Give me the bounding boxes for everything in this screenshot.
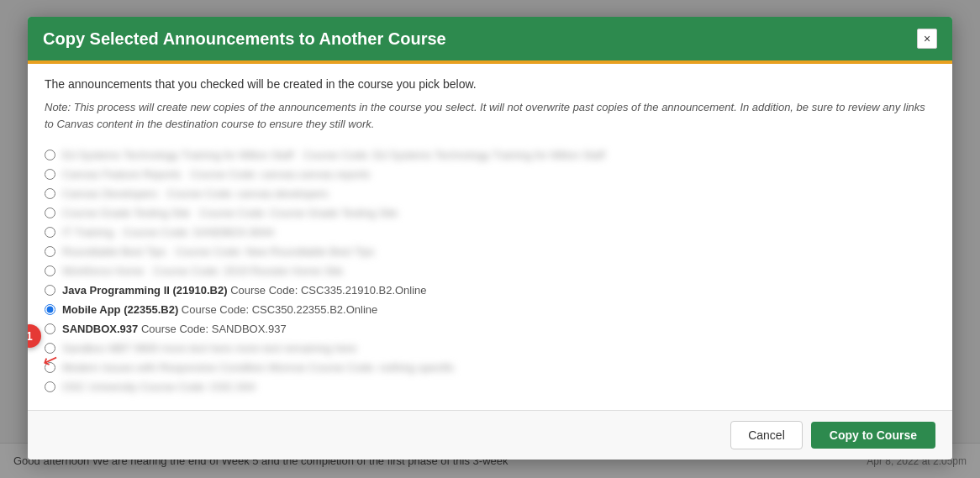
- course-list: Ed Systems Technology Training for Milto…: [45, 145, 935, 397]
- course-label-c1: Ed Systems Technology Training for Milto…: [62, 149, 605, 161]
- annotation-badge-1: 1: [28, 324, 41, 348]
- copy-announcements-modal: Copy Selected Announcements to Another C…: [28, 17, 952, 460]
- course-radio-c6[interactable]: [45, 246, 55, 257]
- course-label-c5: IT Training Course Code: SANDBOX.9044: [62, 226, 274, 239]
- list-item: Mobile App (22355.B2) Course Code: CSC35…: [45, 300, 935, 319]
- modal-footer: Cancel Copy to Course: [28, 410, 952, 460]
- course-radio-c3[interactable]: [45, 188, 55, 199]
- list-item: Canvas Feature Reports Course Code: canv…: [45, 165, 935, 184]
- list-item: Course Grade Testing Site Course Code: C…: [45, 203, 935, 223]
- list-item: Modern Issues with Responsive Condition …: [45, 358, 935, 377]
- cancel-button[interactable]: Cancel: [730, 421, 803, 449]
- course-label-c3: Canvas Developers Course Code: canvas.de…: [62, 187, 329, 200]
- intro-text: The announcements that you checked will …: [45, 77, 935, 91]
- course-radio-c1[interactable]: [45, 150, 55, 160]
- course-label-c2: Canvas Feature Reports Course Code: canv…: [62, 168, 370, 181]
- close-button[interactable]: ×: [917, 29, 937, 49]
- list-item: Java Programming II (21910.B2) Course Co…: [45, 281, 935, 300]
- course-radio-c9[interactable]: [45, 304, 55, 315]
- list-item: OSC University Course Code: OSC.004: [45, 377, 935, 397]
- list-item: IT Training Course Code: SANDBOX.9044: [45, 223, 935, 242]
- list-item: SANDBOX.937 Course Code: SANDBOX.937: [45, 319, 935, 339]
- course-radio-c13[interactable]: [45, 381, 55, 392]
- note-text: Note: This process will create new copie…: [45, 99, 935, 132]
- list-item: Workforce Home Course Code: 2019 Rooster…: [45, 261, 935, 281]
- course-label-c9: Mobile App (22355.B2) Course Code: CSC35…: [62, 303, 377, 316]
- course-radio-c5[interactable]: [45, 227, 55, 238]
- course-radio-c2[interactable]: [45, 169, 55, 180]
- course-radio-c4[interactable]: [45, 207, 55, 218]
- course-label-c12: Modern Issues with Responsive Condition …: [62, 361, 455, 374]
- course-label-c4: Course Grade Testing Site Course Code: C…: [62, 207, 398, 219]
- course-label-c8: Java Programming II (21910.B2) Course Co…: [62, 284, 427, 297]
- course-label-c6: Roundtable Best Tips Course Code: New Ro…: [62, 245, 374, 258]
- copy-to-course-button[interactable]: Copy to Course: [811, 422, 935, 449]
- course-label-c11: Sandbox MBT 9900 more text here more tex…: [62, 342, 356, 355]
- list-item: Canvas Developers Course Code: canvas.de…: [45, 184, 935, 203]
- list-item: Ed Systems Technology Training for Milto…: [45, 145, 935, 165]
- modal-header: Copy Selected Announcements to Another C…: [28, 17, 952, 60]
- modal-body[interactable]: 1 ↙ The announcements that you checked w…: [28, 64, 952, 410]
- list-item: Roundtable Best Tips Course Code: New Ro…: [45, 242, 935, 261]
- course-radio-c7[interactable]: [45, 265, 55, 276]
- course-label-c7: Workforce Home Course Code: 2019 Rooster…: [62, 265, 343, 277]
- course-label-c13: OSC University Course Code: OSC.004: [62, 381, 256, 393]
- modal-title: Copy Selected Announcements to Another C…: [43, 29, 446, 49]
- course-radio-c8[interactable]: [45, 285, 55, 296]
- course-label-c10: SANDBOX.937 Course Code: SANDBOX.937: [62, 323, 287, 335]
- list-item: Sandbox MBT 9900 more text here more tex…: [45, 339, 935, 358]
- course-radio-c10[interactable]: [45, 323, 55, 334]
